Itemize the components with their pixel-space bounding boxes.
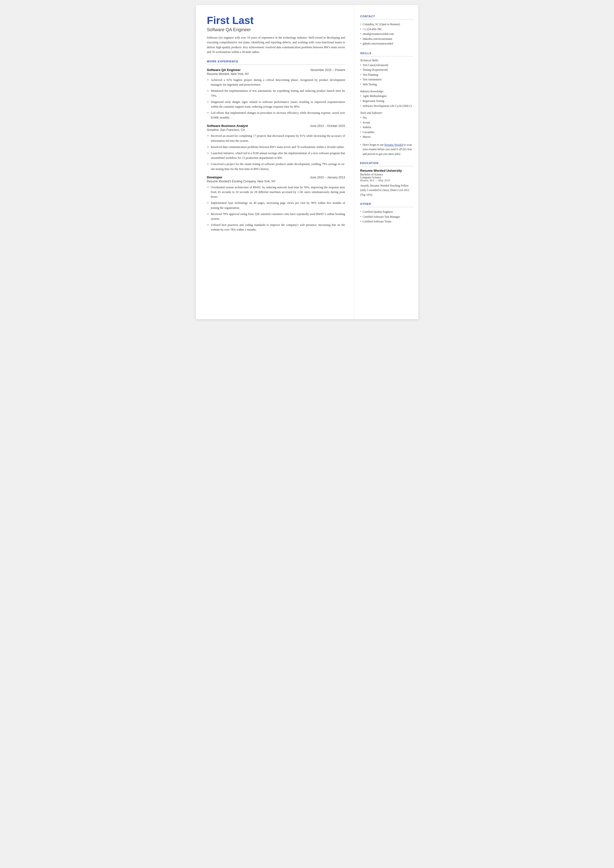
list-item: Test Planning	[360, 73, 414, 78]
job-2-bullets: Received an award for completing 17 proj…	[207, 134, 345, 171]
list-item: Test Cases(Advanced)	[360, 63, 414, 68]
job-3: Developer June 2010 – January 2013 Resum…	[207, 175, 345, 232]
list-item: Cucumber	[360, 130, 414, 135]
work-divider	[207, 64, 345, 65]
summary-text: Software QA engineer with over 10 years …	[207, 36, 345, 54]
job-2-header: Software Business Analyst June 2013 – Oc…	[207, 124, 345, 128]
job-3-header: Developer June 2010 – January 2013	[207, 175, 345, 179]
list-item: Resolved data communication problems bet…	[207, 145, 345, 149]
education-section: EDUCATION Resume Worded University Bache…	[360, 161, 414, 197]
job-3-title: Developer	[207, 175, 223, 179]
other-title: OTHER	[360, 202, 414, 205]
job-2: Software Business Analyst June 2013 – Oc…	[207, 124, 345, 171]
list-item: Certified Software Tester.	[360, 219, 414, 224]
list-item: Diagnosed early danger signs related to …	[207, 100, 345, 109]
list-item: Certified Software Test Manager.	[360, 214, 414, 219]
list-item: Agile Methodologies	[360, 94, 414, 99]
contact-divider	[360, 19, 414, 20]
list-item: Columbia, SC (Open to Remote)	[360, 22, 414, 27]
candidate-title: Software QA Engineer	[207, 27, 345, 33]
contact-section: CONTACT Columbia, SC (Open to Remote) +1…	[360, 15, 414, 46]
technical-skills-list: Test Cases(Advanced) Testing (Experience…	[360, 63, 414, 87]
resume-worded-link[interactable]: Resume Worded	[385, 143, 403, 146]
list-item: Implemented Ajax technology on 49 pages,…	[207, 201, 345, 210]
list-item: +1-234-456-789	[360, 27, 414, 32]
list-item: Jira	[360, 115, 414, 120]
resume-worded-note: Don't forget to use Resume Worded to sca…	[360, 143, 414, 156]
skills-title: SKILLS	[360, 52, 414, 55]
list-item: Launched initiative, which led to a $1M …	[207, 151, 345, 160]
list-item: Overhauled system architecture of RWEC b…	[207, 185, 345, 199]
technical-skills-label: Technical Skills:	[360, 59, 414, 62]
list-item: Software Development Life Cycle (SDLC)	[360, 104, 414, 109]
job-2-title: Software Business Analyst	[207, 124, 248, 128]
list-item: Led efforts that implemented changes in …	[207, 110, 345, 120]
job-1-dates: November 2015 – Present	[310, 68, 345, 72]
list-item: Achieved a 92% bugless project during a …	[207, 78, 345, 87]
work-experience-section: WORK EXPERIENCE Software QA Engineer Nov…	[207, 60, 345, 232]
job-1-bullets: Achieved a 92% bugless project during a …	[207, 78, 345, 120]
job-1-title: Software QA Engineer	[207, 68, 241, 72]
job-1-header: Software QA Engineer November 2015 – Pre…	[207, 68, 345, 72]
education-divider	[360, 166, 414, 166]
edu-date: Boston, MA — May 2010	[360, 179, 414, 182]
education-title: EDUCATION	[360, 161, 414, 165]
right-column: CONTACT Columbia, SC (Open to Remote) +1…	[354, 5, 419, 319]
job-1-company: Resume Worded, New York, NY	[207, 72, 345, 76]
list-item: Testing (Experienced)	[360, 68, 414, 73]
degree: Bachelor of Science	[360, 173, 414, 176]
tools-label: Tools and Software:	[360, 111, 414, 114]
other-list: Certified Quality Engineer. Certified So…	[360, 210, 414, 224]
job-3-bullets: Overhauled system architecture of RWEC b…	[207, 185, 345, 232]
other-divider	[360, 207, 414, 207]
list-item: Utilized best practices and coding stand…	[207, 223, 345, 232]
job-3-dates: June 2010 – January 2013	[310, 175, 345, 179]
industry-knowledge-label: Industry Knowledge:	[360, 90, 414, 93]
job-2-company: Growthsi, San Francisco, CA	[207, 128, 345, 132]
list-item: Received 70% approval rating from 32K sa…	[207, 212, 345, 221]
skills-section: SKILLS Technical Skills: Test Cases(Adva…	[360, 52, 414, 156]
school-name: Resume Worded University	[360, 169, 414, 172]
job-2-dates: June 2013 – October 2015	[310, 124, 345, 128]
contact-title: CONTACT	[360, 15, 414, 18]
header: First Last Software QA Engineer Software…	[207, 15, 345, 54]
edu-awards: Awards: Resume Worded Teaching Fellow (o…	[360, 183, 414, 197]
list-item: Received an award for completing 17 proj…	[207, 134, 345, 143]
list-item: github.com/resumeworded	[360, 41, 414, 46]
list-item: email@resumeworded.com	[360, 32, 414, 37]
work-experience-title: WORK EXPERIENCE	[207, 60, 345, 63]
list-item: Regression Testing	[360, 99, 414, 104]
contact-list: Columbia, SC (Open to Remote) +1-234-456…	[360, 22, 414, 46]
list-item: Scrum	[360, 120, 414, 125]
list-item: Web Testing	[360, 82, 414, 87]
list-item: Monitored the implementation of test aut…	[207, 89, 345, 98]
list-item: Jenkins	[360, 125, 414, 130]
list-item: Certified Quality Engineer.	[360, 210, 414, 214]
job-3-company: Resume Worded's Exciting Company, New Yo…	[207, 180, 345, 183]
industry-knowledge-list: Agile Methodologies Regression Testing S…	[360, 94, 414, 109]
left-column: First Last Software QA Engineer Software…	[196, 5, 354, 319]
list-item: Conceived a project for the onsite testi…	[207, 162, 345, 171]
field: Computer Science	[360, 176, 414, 179]
candidate-name: First Last	[207, 15, 345, 26]
tools-list: Jira Scrum Jenkins Cucumber Maven	[360, 115, 414, 140]
job-1: Software QA Engineer November 2015 – Pre…	[207, 68, 345, 120]
list-item: Test Automation	[360, 77, 414, 82]
resume-page: First Last Software QA Engineer Software…	[196, 5, 419, 319]
other-section: OTHER Certified Quality Engineer. Certif…	[360, 202, 414, 224]
list-item: linkedin.com/in/username	[360, 37, 414, 42]
list-item: Maven	[360, 135, 414, 140]
